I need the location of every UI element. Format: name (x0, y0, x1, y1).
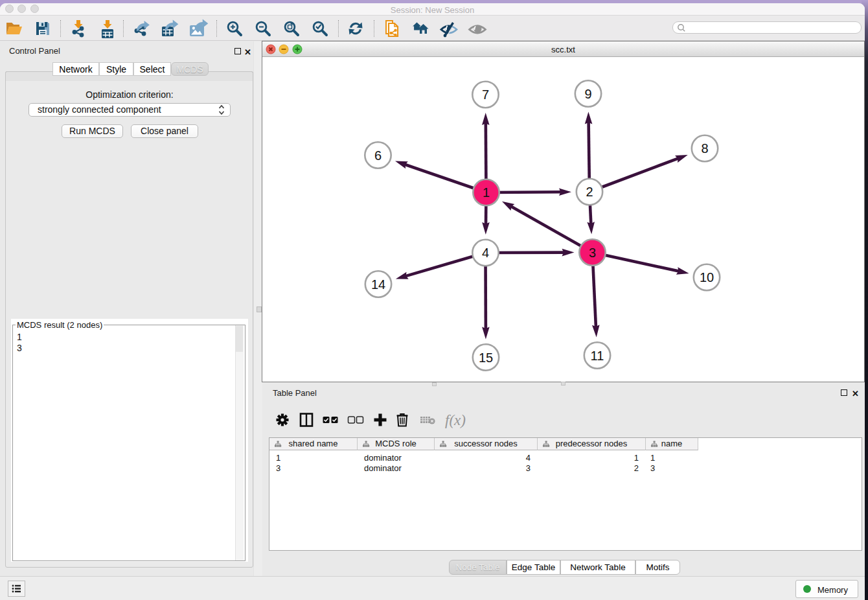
svg-text:1: 1 (483, 185, 490, 200)
svg-text:8: 8 (701, 141, 708, 156)
svg-text:11: 11 (591, 349, 604, 363)
svg-text:15: 15 (479, 351, 493, 365)
svg-text:10: 10 (700, 270, 714, 284)
svg-text:7: 7 (482, 87, 489, 102)
svg-text:f(x): f(x) (445, 412, 466, 428)
svg-text:3: 3 (589, 246, 596, 260)
svg-text:6: 6 (374, 148, 382, 163)
svg-text:14: 14 (371, 277, 385, 292)
svg-text:4: 4 (482, 246, 489, 260)
svg-text:9: 9 (584, 87, 591, 101)
svg-text:2: 2 (586, 185, 593, 199)
